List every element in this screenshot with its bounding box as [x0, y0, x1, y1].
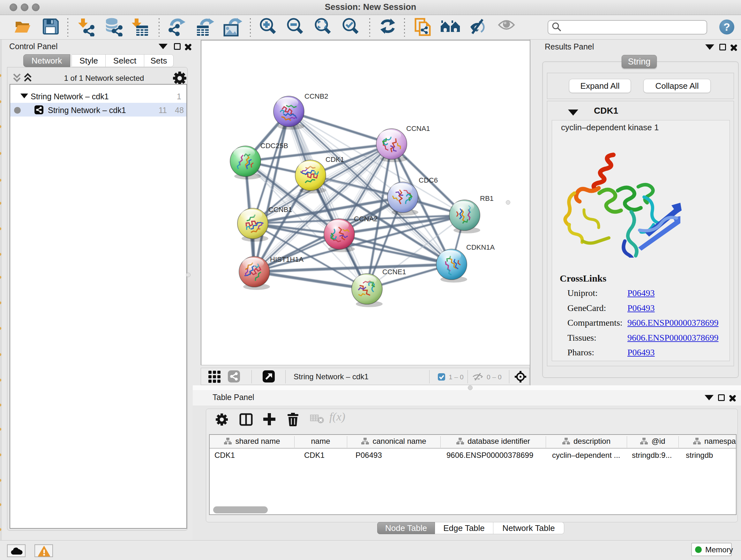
- svg-text:HIST1H1A: HIST1H1A: [270, 255, 304, 263]
- svg-text:CCNA2: CCNA2: [354, 215, 378, 223]
- svg-text:CDC25B: CDC25B: [260, 142, 288, 150]
- svg-text:CDKN1A: CDKN1A: [466, 243, 495, 251]
- svg-text:CDK1: CDK1: [326, 155, 344, 164]
- svg-text:CCNE1: CCNE1: [382, 268, 406, 276]
- svg-text:CCNA1: CCNA1: [406, 125, 430, 132]
- svg-text:CCNB1: CCNB1: [268, 206, 292, 213]
- svg-text:RB1: RB1: [480, 194, 494, 202]
- svg-text:CCNB2: CCNB2: [305, 92, 328, 100]
- svg-text:CDC6: CDC6: [419, 176, 438, 184]
